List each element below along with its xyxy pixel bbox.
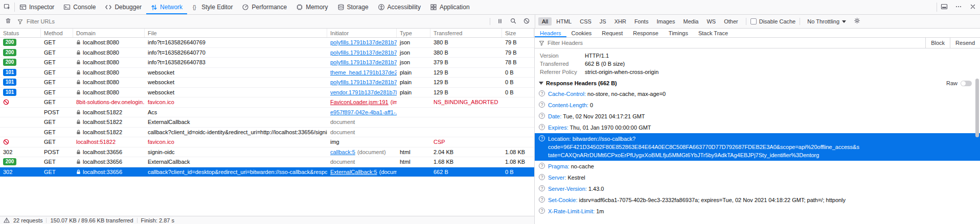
type-filter-all[interactable]: All [538,17,552,26]
type-filter-other[interactable]: Other [720,17,742,26]
header-item[interactable]: ?Server: Kestrel [535,172,980,183]
column-header-type[interactable]: Type [397,29,430,37]
type-filter-media[interactable]: Media [679,17,702,26]
help-icon[interactable]: ? [539,124,545,130]
tool-tab-accessibility[interactable]: Accessibility [373,0,425,14]
clear-requests-button[interactable] [2,16,14,27]
initiator-text[interactable]: polyfills.1791b137de281b787… [330,79,397,85]
disable-cache-checkbox[interactable] [750,18,757,24]
disable-cache-control[interactable]: Disable Cache [750,18,796,24]
raw-toggle[interactable] [961,81,972,86]
type-filter-images[interactable]: Images [653,17,678,26]
tool-tab-style-editor[interactable]: {}Style Editor [187,0,237,14]
header-text: Location: bitwarden://sso-callback?code=… [548,135,860,159]
detail-tab-response[interactable]: Response [628,29,664,37]
request-row[interactable]: 101GETlocalhost:8080websockettheme_head.… [0,68,534,78]
initiator-text[interactable]: polyfills.1791b137de281b787… [330,39,397,45]
tool-tab-application[interactable]: Application [425,0,474,14]
dock-options-button[interactable] [937,0,951,14]
column-header-size[interactable]: Size [502,29,534,37]
filter-headers-input[interactable] [544,38,925,48]
type-filter-fonts[interactable]: Fonts [631,17,652,26]
details-scrollbar[interactable] [975,79,979,137]
column-header-status[interactable]: Status [0,29,41,37]
initiator-text[interactable]: polyfills.1791b137de281b787… [330,59,397,65]
help-icon[interactable]: ? [539,185,545,191]
help-icon[interactable]: ? [539,102,545,108]
type-filter-js[interactable]: JS [596,17,610,26]
domain-cell: localhost:8080 [73,58,145,67]
tool-tab-memory[interactable]: Memory [291,0,332,14]
tool-tab-network[interactable]: Network [146,0,187,14]
type-filter-css[interactable]: CSS [576,17,595,26]
response-headers-section-header[interactable]: Response Headers (662 B) Raw [535,78,980,88]
tool-tab-performance[interactable]: Performance [237,0,291,14]
column-header-method[interactable]: Method [41,29,73,37]
help-icon[interactable]: ? [539,196,545,203]
tool-tab-inspector[interactable]: Inspector [15,0,59,14]
detail-tab-request[interactable]: Request [597,29,628,37]
type-filter-ws[interactable]: WS [703,17,719,26]
request-row[interactable]: 302GETlocalhost:33656callback?client_id=… [0,167,534,178]
filter-urls-input[interactable] [24,18,486,24]
header-item[interactable]: ?Pragma: no-cache [535,161,980,172]
request-row[interactable]: 302POSTlocalhost:33656signin-oidccallbac… [0,147,534,158]
initiator-text[interactable]: vendor.1791b137de281b787… [330,89,397,95]
type-filter-html[interactable]: HTML [553,17,575,26]
request-row[interactable]: GETlocalhost:51822callback?client_id=oid… [0,128,534,138]
header-item[interactable]: ?Cache-Control: no-store, no-cache, max-… [535,88,980,99]
request-row[interactable]: GET8bit-solutions-dev.onelogin…favicon.i… [0,97,534,108]
header-item[interactable]: ?Location: bitwarden://sso-callback?code… [535,133,980,161]
header-item[interactable]: ?X-Rate-Limit-Limit: 1m [535,206,980,217]
request-row[interactable]: 101GETlocalhost:8080websocketvendor.1791… [0,88,534,98]
request-blocking-button[interactable] [520,16,533,27]
initiator-text[interactable]: callback:5 [330,149,355,155]
initiator-text[interactable]: FaviconLoader.jsm:191 [330,99,389,105]
resend-request-button[interactable]: Resend [950,38,980,48]
initiator-text[interactable]: ExternalCallback:5 [330,169,377,175]
request-row[interactable]: GETlocalhost:51822ExternalCallbackdocume… [0,117,534,128]
header-item[interactable]: ?Expires: Thu, 01 Jan 1970 00:00:00 GMT [535,122,980,133]
throttling-dropdown[interactable]: No Throttling [804,18,849,24]
initiator-text[interactable]: polyfills.1791b137de281b787… [330,49,397,56]
request-row[interactable]: 200GETlocalhost:8080info?t=1635826640783… [0,58,534,68]
header-item[interactable]: ?Set-Cookie: idsrv=adf6cba1-7075-402b-9e… [535,194,980,206]
request-row[interactable]: GETlocalhost:51822favicon.icoimgCSP [0,137,534,147]
header-name: Set-Cookie: [548,197,579,203]
request-row[interactable]: 200GETlocalhost:8080info?t=1635826640769… [0,38,534,48]
help-icon[interactable]: ? [539,135,545,141]
tool-tab-console[interactable]: Console [59,0,100,14]
initiator-text[interactable]: e957f897-042e-4ba1-aff1-… [330,109,397,115]
pause-traffic-button[interactable] [494,16,506,27]
column-header-domain[interactable]: Domain [73,29,145,37]
column-header-transferred[interactable]: Transferred [430,29,502,37]
initiator-text[interactable]: theme_head.1791b137de281… [330,69,397,76]
help-icon[interactable]: ? [539,174,545,180]
block-url-button[interactable]: Block [925,38,950,48]
header-item[interactable]: ?Server-Version: 1.43.0 [535,183,980,194]
type-filter-xhr[interactable]: XHR [611,17,630,26]
request-row[interactable]: POSTlocalhost:51822Acse957f897-042e-4ba1… [0,108,534,118]
detail-tab-stack-trace[interactable]: Stack Trace [693,29,733,37]
column-header-file[interactable]: File [145,29,327,37]
node-picker-button[interactable] [0,0,14,14]
help-icon[interactable]: ? [539,90,545,96]
help-icon[interactable]: ? [539,163,545,169]
close-devtools-button[interactable] [966,0,980,14]
search-button[interactable] [507,16,519,27]
header-item[interactable]: ?Date: Tue, 02 Nov 2021 04:17:21 GMT [535,111,980,122]
detail-tab-headers[interactable]: Headers [535,29,566,37]
help-icon[interactable]: ? [539,113,545,119]
detail-tab-timings[interactable]: Timings [664,29,693,37]
detail-tab-cookies[interactable]: Cookies [566,29,597,37]
network-settings-button[interactable] [851,16,863,27]
column-header-initiator[interactable]: Initiator [327,29,397,37]
help-icon[interactable]: ? [539,208,545,214]
devtools-menu-button[interactable] [951,0,966,14]
tool-tab-debugger[interactable]: Debugger [100,0,146,14]
request-row[interactable]: 101GETlocalhost:8080websocketpolyfills.1… [0,78,534,88]
request-row[interactable]: 200GETlocalhost:8080info?t=1635826640770… [0,48,534,58]
tool-tab-storage[interactable]: Storage [333,0,373,14]
header-item[interactable]: ?Content-Length: 0 [535,99,980,111]
request-row[interactable]: 200GETlocalhost:33656ExternalCallbackdoc… [0,157,534,167]
